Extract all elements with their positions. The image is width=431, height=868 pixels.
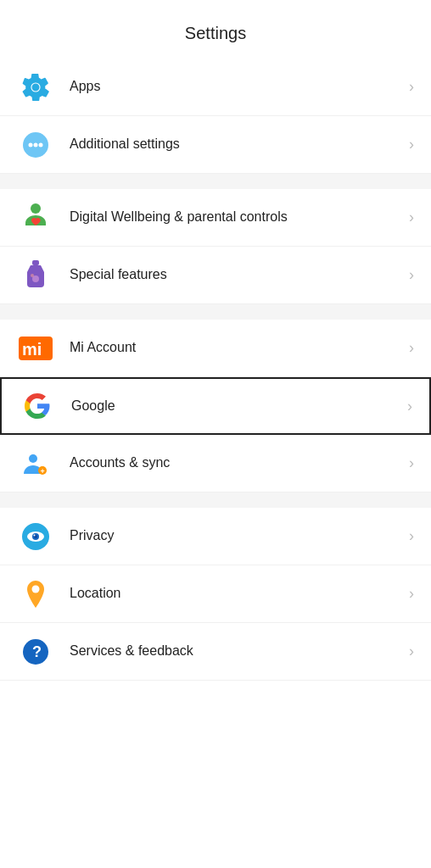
page-title: Settings <box>0 0 431 58</box>
menu-item-privacy[interactable]: Privacy › <box>0 508 431 565</box>
location-label: Location <box>70 585 402 603</box>
apps-label: Apps <box>70 78 402 96</box>
chevron-icon: › <box>409 643 414 660</box>
chevron-icon: › <box>407 398 412 415</box>
section-1: Apps › Additional settings › <box>0 58 431 174</box>
special-features-icon <box>17 257 54 294</box>
location-icon <box>17 576 54 613</box>
svg-point-17 <box>34 534 36 536</box>
wellbeing-icon <box>17 199 54 236</box>
services-icon: ? <box>17 633 54 670</box>
special-features-label: Special features <box>70 266 402 284</box>
svg-point-2 <box>34 142 38 147</box>
mi-icon: mi <box>17 330 54 367</box>
chevron-icon: › <box>409 266 414 284</box>
additional-settings-label: Additional settings <box>70 136 402 153</box>
menu-item-additional-settings[interactable]: Additional settings › <box>0 116 431 174</box>
mi-account-label: Mi Account <box>70 339 402 357</box>
google-icon <box>19 387 56 425</box>
menu-item-digital-wellbeing[interactable]: Digital Wellbeing & parental controls › <box>0 189 431 247</box>
menu-item-google[interactable]: Google › <box>0 377 431 435</box>
accounts-icon: + <box>17 445 54 482</box>
svg-point-18 <box>32 585 40 593</box>
chevron-icon: › <box>409 585 414 603</box>
chevron-icon: › <box>409 454 414 472</box>
services-feedback-label: Services & feedback <box>70 643 402 660</box>
svg-point-3 <box>39 142 43 147</box>
menu-item-services-feedback[interactable]: ? Services & feedback › <box>0 623 431 681</box>
menu-item-special-features[interactable]: Special features › <box>0 247 431 304</box>
chevron-icon: › <box>409 339 414 357</box>
svg-point-10 <box>29 454 37 463</box>
svg-text:mi: mi <box>22 340 42 359</box>
svg-text:+: + <box>41 466 45 475</box>
gear-icon <box>17 69 54 106</box>
section-divider-3 <box>0 492 431 508</box>
section-3: mi Mi Account › Google › <box>0 320 431 492</box>
digital-wellbeing-label: Digital Wellbeing & parental controls <box>70 209 402 226</box>
google-label: Google <box>71 398 400 415</box>
accounts-sync-label: Accounts & sync <box>70 454 402 472</box>
section-divider-1 <box>0 174 431 189</box>
dots-icon <box>17 126 54 164</box>
chevron-icon: › <box>409 527 414 545</box>
chevron-icon: › <box>409 78 414 96</box>
settings-list: Apps › Additional settings › <box>0 58 431 681</box>
menu-item-location[interactable]: Location › <box>0 565 431 623</box>
menu-item-accounts-sync[interactable]: + Accounts & sync › <box>0 435 431 492</box>
chevron-icon: › <box>409 136 414 153</box>
section-2: Digital Wellbeing & parental controls › … <box>0 189 431 304</box>
svg-text:?: ? <box>32 643 42 660</box>
privacy-label: Privacy <box>70 527 402 545</box>
privacy-icon <box>17 518 54 555</box>
menu-item-apps[interactable]: Apps › <box>0 58 431 116</box>
svg-point-4 <box>31 203 41 214</box>
chevron-icon: › <box>409 209 414 226</box>
section-divider-2 <box>0 304 431 320</box>
svg-point-7 <box>31 274 34 277</box>
svg-point-1 <box>29 142 33 147</box>
svg-rect-5 <box>32 260 39 265</box>
menu-item-mi-account[interactable]: mi Mi Account › <box>0 320 431 377</box>
section-4: Privacy › Location › ? Services <box>0 508 431 681</box>
